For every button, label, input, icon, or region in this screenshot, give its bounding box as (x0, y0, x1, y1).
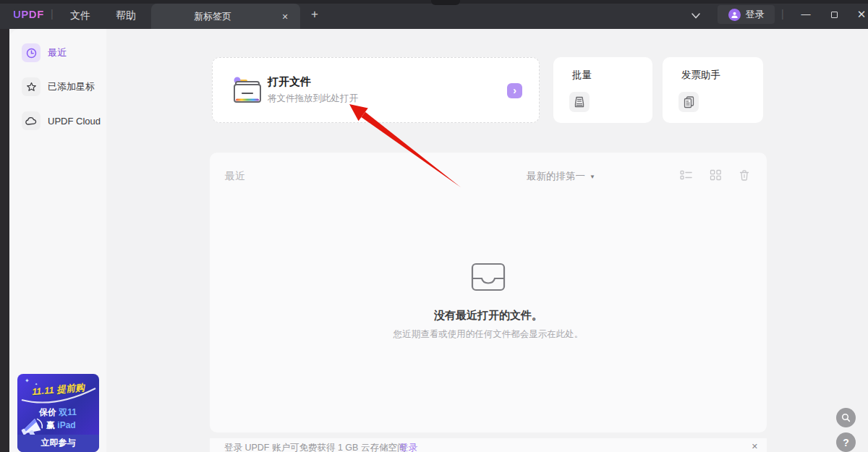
grid-view-icon (710, 169, 722, 181)
sort-dropdown[interactable]: 最新的排第一 ▼ (527, 170, 595, 183)
chevron-down-icon[interactable] (690, 10, 702, 19)
maximize-icon (831, 12, 838, 18)
empty-subtitle: 您近期查看或使用的任何文件都会显示在此处。 (210, 328, 767, 341)
close-button[interactable]: ✕ (851, 0, 868, 29)
updf-logo: UPDF (13, 8, 44, 20)
sidebar-item-updf-cloud[interactable]: UPDF Cloud (22, 111, 106, 130)
recent-empty-state: 没有最近打开的文件。 您近期查看或使用的任何文件都会显示在此处。 (210, 261, 767, 341)
banner-line3: 赢 iPad (46, 419, 76, 432)
grid-view-button[interactable] (710, 169, 723, 182)
open-file-card[interactable]: 打开文件 将文件拖放到此处打开 › (212, 57, 540, 123)
search-icon (841, 413, 851, 422)
recent-panel: 最近 最新的排第一 ▼ 没有最近打开的文件。 (210, 153, 767, 432)
minimize-button[interactable]: — (795, 0, 817, 29)
invoice-icon (678, 92, 699, 112)
titlebar-separator: | (51, 8, 54, 20)
title-bar: UPDF | 文件 帮助 新标签页 ✕ + 登录 | — ✕ (0, 0, 868, 29)
notice-text: 登录 UPDF 账户可免费获得 1 GB 云存储空间 (224, 442, 406, 452)
sidebar-item-label: UPDF Cloud (48, 116, 101, 127)
maximize-button[interactable] (823, 0, 845, 29)
batch-card-title: 批量 (572, 69, 592, 82)
star-icon (22, 77, 41, 96)
trash-icon (739, 169, 750, 182)
question-icon: ? (843, 437, 849, 448)
cloud-icon (22, 111, 41, 130)
login-label: 登录 (746, 8, 765, 21)
search-fab-button[interactable] (836, 408, 856, 427)
notice-close-icon[interactable]: ✕ (752, 442, 758, 451)
titlebar-separator-right: | (781, 8, 784, 20)
batch-card[interactable]: 批量 (553, 57, 652, 123)
list-view-button[interactable] (680, 169, 693, 182)
window-drag-notch (431, 0, 460, 5)
clock-icon (22, 43, 41, 62)
new-tab-button[interactable]: + (307, 7, 323, 22)
promo-banner[interactable]: ✦ ✦ 11.11 提前购 保价 双11 赢 iPad 立即参与 (17, 374, 99, 452)
help-fab-button[interactable]: ? (836, 432, 856, 452)
tab-label: 新标签页 (151, 4, 274, 29)
open-file-arrow-button[interactable]: › (507, 83, 522, 98)
sidebar-item-label: 已添加星标 (48, 80, 95, 93)
tab-close-icon[interactable]: ✕ (278, 10, 292, 23)
notice-login-link[interactable]: 登录 (399, 442, 417, 452)
folder-icon (231, 75, 264, 106)
empty-inbox-icon (468, 261, 509, 293)
left-dark-rail (0, 29, 9, 452)
sort-label: 最新的排第一 (527, 170, 585, 183)
avatar-icon (728, 9, 741, 21)
invoice-assistant-card[interactable]: 发票助手 (663, 57, 763, 123)
caret-down-icon: ▼ (590, 174, 595, 180)
open-file-subtitle: 将文件拖放到此处打开 (268, 93, 358, 105)
menu-file[interactable]: 文件 (63, 0, 98, 29)
empty-title: 没有最近打开的文件。 (210, 309, 767, 323)
batch-icon (569, 92, 590, 112)
banner-cta-band[interactable]: 立即参与 (17, 435, 99, 452)
login-button[interactable]: 登录 (718, 5, 775, 24)
menu-help[interactable]: 帮助 (109, 0, 143, 29)
list-view-icon (680, 169, 693, 181)
sparkle-icon: ✦ (25, 378, 30, 384)
sidebar-item-recent[interactable]: 最近 (22, 43, 106, 62)
banner-cta-label: 立即参与 (17, 435, 99, 451)
recent-title: 最近 (225, 170, 245, 183)
cloud-storage-notice: 登录 UPDF 账户可免费获得 1 GB 云存储空间 登录 ✕ (210, 438, 767, 452)
tab-new-page[interactable]: 新标签页 ✕ (151, 4, 300, 29)
open-file-title: 打开文件 (268, 75, 311, 89)
invoice-card-title: 发票助手 (681, 69, 720, 82)
sidebar-item-starred[interactable]: 已添加星标 (22, 77, 106, 96)
sidebar-item-label: 最近 (48, 46, 67, 59)
sidebar: 最近 已添加星标 UPDF Cloud ✦ ✦ 11.11 提前购 保价 双11… (9, 29, 106, 452)
trash-button[interactable] (739, 169, 752, 182)
